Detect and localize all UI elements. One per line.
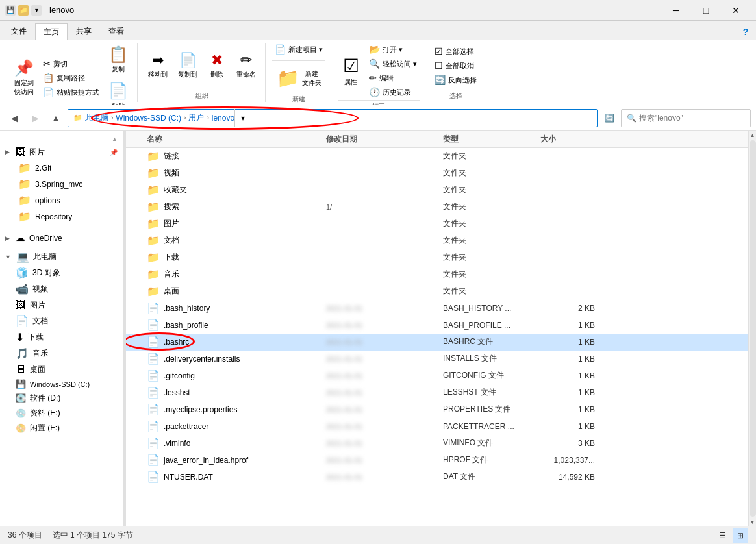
pin-quick-access-button[interactable]: 📌 固定到快访问 bbox=[10, 56, 38, 99]
sidebar-item-pics[interactable]: 🖼 图片 bbox=[0, 297, 123, 313]
tab-file[interactable]: 文件 bbox=[3, 23, 35, 40]
dropdown-icon[interactable]: ▾ bbox=[31, 5, 42, 16]
scroll-down-arrow[interactable]: ▼ bbox=[749, 518, 757, 526]
breadcrumb-this-pc[interactable]: 此电脑 bbox=[85, 112, 108, 123]
sidebar-item-3d[interactable]: 🧊 3D 对象 bbox=[0, 265, 123, 281]
sidebar-item-drive-e[interactable]: 💿 资料 (E:) bbox=[0, 406, 123, 421]
maximize-button[interactable]: □ bbox=[691, 0, 721, 21]
copy-to-button[interactable]: 📄 复制到 bbox=[174, 49, 201, 82]
table-row[interactable]: 📄.myeclipse.properties 2021-01-01 PROPER… bbox=[126, 401, 748, 418]
back-button[interactable]: ◀ bbox=[5, 109, 23, 127]
table-row[interactable]: 📁音乐 文件夹 bbox=[126, 266, 748, 283]
window-title: lenovo bbox=[49, 5, 74, 15]
sidebar-item-drive-f[interactable]: 📀 闲置 (F:) bbox=[0, 421, 123, 436]
table-row[interactable]: 📄.bash_history 2021-01-01 BASH_HISTORY .… bbox=[126, 300, 748, 317]
sidebar-item-downloads[interactable]: ⬇ 下载 bbox=[0, 329, 123, 345]
copy-path-button[interactable]: 📋复制路径 bbox=[40, 71, 102, 84]
tab-view[interactable]: 查看 bbox=[100, 23, 132, 40]
deselect-all-button[interactable]: ☐全部取消 bbox=[432, 59, 479, 72]
search-input[interactable] bbox=[639, 114, 745, 123]
table-row[interactable]: 📄java_error_in_idea.hprof 2021-01-01 HPR… bbox=[126, 452, 748, 469]
column-header-size[interactable]: 大小 bbox=[540, 134, 605, 145]
select-all-button[interactable]: ☑全部选择 bbox=[432, 45, 479, 58]
table-row[interactable]: 📁链接 文件夹 bbox=[126, 148, 748, 165]
sidebar-label-drive-d: 软件 (D:) bbox=[30, 393, 60, 404]
rename-button[interactable]: ✏ 重命名 bbox=[233, 49, 260, 82]
table-row-bashrc[interactable]: 📄.bashrc 2021-01-01 BASHRC 文件 1 KB bbox=[126, 334, 748, 351]
address-dropdown-button[interactable]: ▾ bbox=[234, 109, 250, 127]
breadcrumb-drive[interactable]: Windows-SSD (C:) bbox=[116, 114, 181, 123]
tab-share[interactable]: 共享 bbox=[68, 23, 100, 40]
file-name-myeclipse: .myeclipse.properties bbox=[164, 405, 237, 414]
breadcrumb-current[interactable]: lenovo bbox=[212, 114, 234, 123]
properties-button[interactable]: ☑ 属性 bbox=[338, 53, 364, 90]
help-button[interactable]: ? bbox=[738, 24, 753, 40]
cut-button[interactable]: ✂剪切 bbox=[40, 57, 102, 70]
table-row[interactable]: 📄.lesshst 2021-01-01 LESSHST 文件 1 KB bbox=[126, 384, 748, 401]
table-row[interactable]: 📁图片 文件夹 bbox=[126, 216, 748, 232]
open-button[interactable]: 📂打开 ▾ bbox=[366, 43, 420, 56]
table-row[interactable]: 📁文档 文件夹 bbox=[126, 232, 748, 249]
copy-button[interactable]: 📋 复制 bbox=[105, 43, 132, 77]
folder-row-icon: 📁 bbox=[147, 167, 160, 179]
sidebar-item-repository[interactable]: 📁 Repository bbox=[0, 208, 123, 225]
sidebar-item-this-pc[interactable]: ▼ 💻 此电脑 bbox=[0, 249, 123, 265]
sidebar-item-pictures-pinned[interactable]: ▶ 🖼 图片 📌 bbox=[0, 144, 123, 160]
sidebar-item-desktop[interactable]: 🖥 桌面 bbox=[0, 362, 123, 377]
table-row[interactable]: 📄.viminfo 2021-01-01 VIMINFO 文件 3 KB bbox=[126, 435, 748, 452]
organize-group-label: 组织 bbox=[144, 90, 260, 102]
sidebar-item-docs[interactable]: 📄 文档 bbox=[0, 313, 123, 329]
tab-home[interactable]: 主页 bbox=[35, 23, 68, 40]
up-button[interactable]: ▲ bbox=[47, 109, 65, 127]
history-button[interactable]: 🕐历史记录 bbox=[366, 86, 420, 99]
sidebar-item-video[interactable]: 📹 视频 bbox=[0, 281, 123, 297]
file-name-desktop: 桌面 bbox=[164, 286, 179, 297]
paste-shortcut-button[interactable]: 📄粘贴快捷方式 bbox=[40, 86, 102, 99]
column-header-date[interactable]: 修改日期 bbox=[326, 134, 443, 145]
sidebar-item-onedrive[interactable]: ▶ ☁ OneDrive bbox=[0, 230, 123, 246]
delete-button[interactable]: ✖ 删除 bbox=[204, 49, 230, 82]
scroll-up-arrow[interactable]: ▲ bbox=[749, 131, 757, 139]
table-row[interactable]: 📁收藏夹 文件夹 bbox=[126, 182, 748, 199]
breadcrumb-users[interactable]: 用户 bbox=[188, 112, 204, 123]
close-button[interactable]: ✕ bbox=[721, 0, 751, 21]
table-row[interactable]: 📄.bash_profile 2021-01-01 BASH_PROFILE .… bbox=[126, 317, 748, 334]
main-content: ▲ ▶ 🖼 图片 📌 📁 2.Git 📁 3.Spring_mvc 📁 opti… bbox=[0, 131, 756, 526]
column-header-name[interactable]: 名称 bbox=[131, 134, 326, 145]
edit-button[interactable]: ✏编辑 bbox=[366, 71, 420, 84]
move-to-button[interactable]: ➡ 移动到 bbox=[144, 49, 171, 82]
breadcrumb-root[interactable]: 📁 bbox=[73, 114, 82, 122]
sidebar-label-onedrive: OneDrive bbox=[29, 234, 62, 243]
sidebar-item-drive-d[interactable]: 💽 软件 (D:) bbox=[0, 391, 123, 406]
large-icons-view-button[interactable]: ⊞ bbox=[733, 528, 748, 543]
sidebar-item-windows-ssd[interactable]: 💾 Windows-SSD (C:) bbox=[0, 377, 123, 391]
sidebar-item-2git[interactable]: 📁 2.Git bbox=[0, 160, 123, 176]
table-row[interactable]: 📄.packettracer 2021-01-01 PACKETTRACER .… bbox=[126, 418, 748, 435]
table-row[interactable]: 📄NTUSER.DAT 2021-01-01 DAT 文件 14,592 KB bbox=[126, 469, 748, 486]
sidebar-item-options[interactable]: 📁 options bbox=[0, 192, 123, 208]
file-row-icon: 📄 bbox=[147, 471, 160, 483]
forward-button[interactable]: ▶ bbox=[26, 109, 44, 127]
table-row[interactable]: 📁搜索 1/ 文件夹 bbox=[126, 199, 748, 216]
table-row[interactable]: 📁下载 文件夹 bbox=[126, 249, 748, 266]
sidebar-item-springmvc[interactable]: 📁 3.Spring_mvc bbox=[0, 176, 123, 192]
new-folder-button[interactable]: 📁 新建文件夹 bbox=[272, 65, 325, 92]
new-item-button[interactable]: 📄新建项目 ▾ bbox=[272, 43, 325, 56]
file-name-bash-profile: .bash_profile bbox=[164, 321, 208, 330]
sidebar-item-music[interactable]: 🎵 音乐 bbox=[0, 345, 123, 362]
table-row[interactable]: 📁视频 文件夹 bbox=[126, 165, 748, 182]
column-header-type[interactable]: 类型 bbox=[443, 134, 540, 145]
refresh-button[interactable]: 🔄 bbox=[600, 109, 618, 127]
invert-selection-button[interactable]: 🔄反向选择 bbox=[432, 73, 479, 86]
table-row[interactable]: 📄.deliverycenter.installs 2021-01-01 INS… bbox=[126, 351, 748, 367]
sidebar-scroll-up[interactable]: ▲ bbox=[112, 136, 118, 142]
file-date-14: 2021-01-01 bbox=[326, 389, 443, 397]
pictures-icon: 🖼 bbox=[15, 146, 25, 158]
table-row[interactable]: 📄.gitconfig 2021-01-01 GITCONFIG 文件 1 KB bbox=[126, 367, 748, 384]
details-view-button[interactable]: ☰ bbox=[714, 528, 730, 543]
minimize-button[interactable]: ─ bbox=[661, 0, 691, 21]
table-row[interactable]: 📁桌面 文件夹 bbox=[126, 283, 748, 300]
file-date-12: 2021-01-01 bbox=[326, 355, 443, 363]
easy-access-button[interactable]: 🔍轻松访问 ▾ bbox=[366, 57, 420, 70]
scroll-thumb[interactable] bbox=[750, 140, 756, 517]
